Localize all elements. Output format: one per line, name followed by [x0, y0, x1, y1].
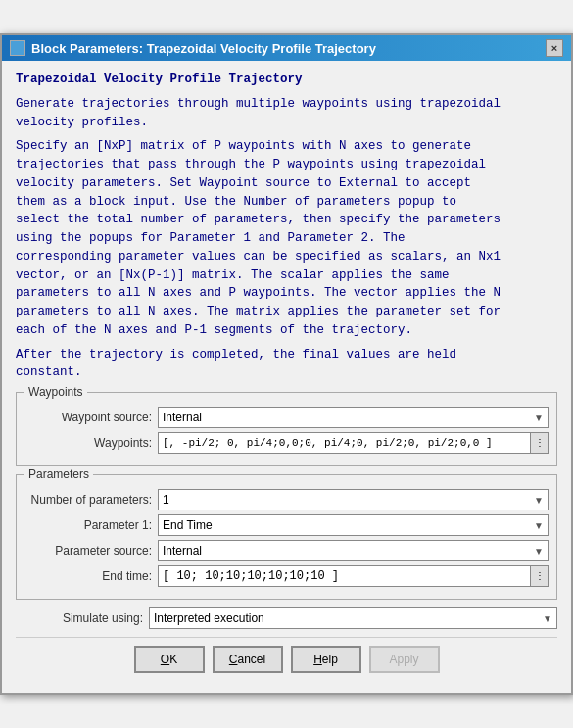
simulate-value: Interpreted execution [154, 611, 264, 625]
cancel-rest: ancel [237, 653, 265, 666]
help-underline-letter: H [313, 653, 322, 666]
cancel-button[interactable]: Cancel [213, 646, 283, 673]
end-time-label: End time: [24, 569, 152, 583]
help-rest: elp [322, 653, 338, 666]
param1-arrow: ▼ [534, 520, 544, 531]
content-area: Trapezoidal Velocity Profile Trajectory … [2, 61, 571, 693]
waypoint-source-value: Internal [163, 411, 202, 424]
param-source-label: Parameter source: [24, 544, 152, 558]
num-params-value: 1 [163, 493, 169, 507]
description-title: Trapezoidal Velocity Profile Trajectory [16, 71, 557, 89]
title-bar: Block Parameters: Trapezoidal Velocity P… [2, 35, 571, 61]
window-icon [10, 40, 25, 56]
num-params-dropdown[interactable]: 1 ▼ [158, 489, 549, 510]
parameters-group: Parameters Number of parameters: 1 ▼ Par… [16, 474, 557, 600]
cancel-underline-letter: C [229, 653, 238, 666]
param1-value: End Time [163, 518, 213, 532]
param-source-row: Parameter source: Internal ▼ [24, 540, 549, 561]
waypoints-label: Waypoints: [24, 436, 152, 450]
end-time-wrapper: ⋮ [158, 565, 549, 587]
end-time-input[interactable] [158, 565, 531, 587]
end-time-row: End time: ⋮ [24, 565, 549, 587]
close-button[interactable]: × [546, 39, 563, 57]
ok-button[interactable]: OK [134, 646, 205, 673]
end-time-side-button[interactable]: ⋮ [531, 565, 549, 587]
param-source-wrapper: Internal ▼ [158, 540, 549, 561]
num-params-label: Number of parameters: [24, 493, 152, 507]
waypoint-source-arrow: ▼ [534, 413, 544, 423]
waypoints-input[interactable] [158, 432, 531, 454]
waypoint-source-wrapper: Internal ▼ [158, 407, 549, 428]
waypoints-input-group: ⋮ [158, 432, 549, 454]
num-params-row: Number of parameters: 1 ▼ [24, 489, 549, 510]
help-button[interactable]: Help [291, 646, 361, 673]
param1-row: Parameter 1: End Time ▼ [24, 514, 549, 536]
waypoints-side-button[interactable]: ⋮ [531, 432, 549, 454]
parameters-group-title: Parameters [24, 467, 93, 481]
title-bar-left: Block Parameters: Trapezoidal Velocity P… [10, 40, 376, 56]
param-source-value: Internal [163, 544, 202, 558]
waypoints-wrapper: ⋮ [158, 432, 549, 454]
simulate-label: Simulate using: [16, 611, 143, 625]
main-window: Block Parameters: Trapezoidal Velocity P… [0, 33, 573, 695]
num-params-wrapper: 1 ▼ [158, 489, 549, 510]
description-para2: Specify an [NxP] matrix of P waypoints w… [16, 137, 557, 339]
button-bar: OK Cancel Help Apply [16, 637, 557, 683]
waypoints-row: Waypoints: ⋮ [24, 432, 549, 454]
description-para3: After the trajectory is completed, the f… [16, 346, 557, 383]
waypoints-group-title: Waypoints [24, 385, 87, 399]
description-para1: Generate trajectories through multiple w… [16, 95, 557, 132]
simulate-arrow: ▼ [543, 613, 552, 624]
ok-underline-letter: O [161, 653, 169, 666]
ok-rest: K [169, 653, 177, 666]
simulate-row: Simulate using: Interpreted execution ▼ [16, 607, 557, 629]
waypoint-source-dropdown[interactable]: Internal ▼ [158, 407, 549, 428]
waypoint-source-row: Waypoint source: Internal ▼ [24, 407, 549, 428]
param1-dropdown[interactable]: End Time ▼ [158, 514, 549, 536]
apply-button[interactable]: Apply [369, 646, 440, 673]
param1-label: Parameter 1: [24, 518, 152, 532]
simulate-dropdown[interactable]: Interpreted execution ▼ [149, 607, 557, 629]
waypoint-source-label: Waypoint source: [24, 411, 152, 424]
param-source-dropdown[interactable]: Internal ▼ [158, 540, 549, 561]
description-block: Trapezoidal Velocity Profile Trajectory … [16, 71, 557, 382]
end-time-input-group: ⋮ [158, 565, 549, 587]
simulate-wrapper: Interpreted execution ▼ [149, 607, 557, 629]
param1-wrapper: End Time ▼ [158, 514, 549, 536]
num-params-arrow: ▼ [534, 495, 544, 506]
waypoints-group: Waypoints Waypoint source: Internal ▼ Wa… [16, 392, 557, 466]
window-title: Block Parameters: Trapezoidal Velocity P… [31, 41, 376, 56]
param-source-arrow: ▼ [534, 546, 544, 557]
